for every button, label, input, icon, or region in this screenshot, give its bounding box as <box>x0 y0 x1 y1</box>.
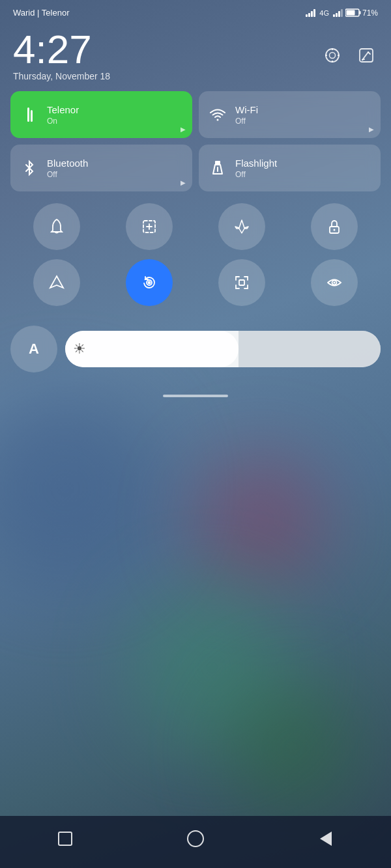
date-display: Thursday, November 18 <box>13 71 110 81</box>
edit-icon[interactable] <box>355 44 378 67</box>
svg-point-15 <box>217 119 219 121</box>
flashlight-icon <box>209 160 227 176</box>
home-indicator <box>0 384 391 402</box>
flashlight-tile[interactable]: Flashlight Off <box>199 145 381 191</box>
svg-marker-23 <box>50 276 63 288</box>
svg-point-3 <box>326 49 339 62</box>
brightness-icon: ☀ <box>73 341 86 357</box>
svg-point-29 <box>334 282 336 284</box>
svg-rect-1 <box>359 11 360 14</box>
signal-bars-1 <box>306 9 315 17</box>
home-line <box>163 395 228 397</box>
back-button[interactable] <box>311 824 340 853</box>
svg-rect-13 <box>27 107 29 122</box>
autorotate-button[interactable] <box>126 259 173 306</box>
clock-area: 4:27 Thursday, November 18 <box>0 23 391 91</box>
bluetooth-title: Bluetooth <box>47 158 88 169</box>
battery-icon: 71% <box>345 8 378 18</box>
brightness-slider[interactable]: ☀ <box>65 331 381 367</box>
circle-buttons-section <box>0 198 391 320</box>
nav-bar <box>0 816 391 868</box>
svg-line-11 <box>368 52 370 54</box>
recent-icon <box>58 832 72 846</box>
brightness-row: A ☀ <box>0 320 391 378</box>
carrier-text: Warid | Telenor <box>13 8 69 18</box>
status-bar: Warid | Telenor 4G <box>0 0 391 23</box>
settings-icon[interactable] <box>321 44 344 67</box>
quick-tiles: Telenor On ▶ Wi-Fi Off ▶ <box>0 91 391 191</box>
circles-row-2 <box>10 259 381 306</box>
telenor-icon <box>21 106 39 123</box>
svg-point-22 <box>334 229 336 231</box>
back-icon <box>320 832 332 846</box>
wifi-title: Wi-Fi <box>235 104 258 116</box>
wifi-icon <box>209 106 227 123</box>
location-button[interactable] <box>33 259 80 306</box>
wifi-tile[interactable]: Wi-Fi Off ▶ <box>199 91 381 138</box>
svg-rect-27 <box>239 280 244 285</box>
recent-apps-button[interactable] <box>51 824 80 853</box>
font-size-button[interactable]: A <box>10 326 57 372</box>
bluetooth-tile[interactable]: Bluetooth Off ▶ <box>10 145 192 191</box>
flashlight-title: Flashlight <box>235 158 277 169</box>
telenor-tile[interactable]: Telenor On ▶ <box>10 91 192 138</box>
flashlight-subtitle: Off <box>235 170 277 179</box>
home-button[interactable] <box>181 824 210 853</box>
svg-rect-2 <box>346 10 355 16</box>
bell-button[interactable] <box>33 203 80 250</box>
telenor-arrow: ▶ <box>181 126 186 133</box>
circles-row-1 <box>10 203 381 250</box>
font-label: A <box>29 341 39 357</box>
wifi-arrow: ▶ <box>369 126 374 133</box>
telenor-title: Telenor <box>47 104 79 116</box>
svg-point-26 <box>148 281 151 285</box>
svg-line-12 <box>362 59 364 60</box>
battery-percent: 71% <box>362 8 378 18</box>
eye-button[interactable] <box>311 259 358 306</box>
svg-point-4 <box>330 53 336 59</box>
svg-rect-14 <box>31 110 33 122</box>
home-icon <box>187 830 204 847</box>
4g-badge: 4G <box>319 9 329 17</box>
signal-bars-2 <box>333 9 343 17</box>
time-display: 4:27 <box>13 29 110 70</box>
bluetooth-arrow: ▶ <box>181 179 186 186</box>
scan-button[interactable] <box>218 259 265 306</box>
screenshot-button[interactable] <box>126 203 173 250</box>
svg-line-10 <box>362 52 368 60</box>
status-right: 4G 71% <box>306 8 378 18</box>
bluetooth-subtitle: Off <box>47 170 88 179</box>
telenor-subtitle: On <box>47 117 79 126</box>
lock-button[interactable] <box>311 203 358 250</box>
airplane-button[interactable] <box>218 203 265 250</box>
wifi-subtitle: Off <box>235 117 258 126</box>
bluetooth-icon <box>21 160 39 176</box>
